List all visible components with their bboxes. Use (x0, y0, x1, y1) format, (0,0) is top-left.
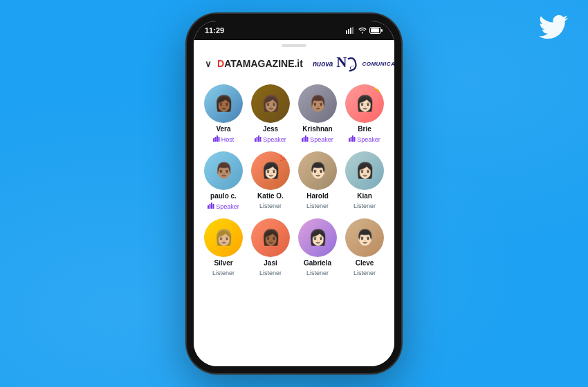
svg-rect-25 (208, 205, 209, 209)
participant-katie[interactable]: 👩🏻💯Katie O.Listener (248, 149, 293, 213)
avatar-brie: 👩🏻🤝 (345, 84, 384, 123)
participant-role-kian: Listener (353, 202, 376, 209)
participant-role-brie: Speaker (349, 135, 380, 143)
svg-rect-3 (352, 27, 353, 34)
mic-icon-paulo (208, 202, 214, 210)
participant-name-jess: Jess (263, 125, 278, 133)
svg-rect-13 (255, 138, 256, 142)
phone-wrapper: 11:29 (187, 14, 401, 373)
svg-rect-2 (350, 28, 351, 34)
status-bar: 11:29 (194, 21, 394, 40)
participant-vera[interactable]: 👩🏾VeraHost (201, 82, 246, 146)
participant-role-vera: Host (213, 135, 235, 143)
nuova-label: nuova (313, 60, 333, 68)
participant-role-paulo: Speaker (208, 202, 239, 210)
mic-icon-krishnan (302, 135, 309, 143)
mic-icon-jess (255, 135, 261, 143)
svg-rect-22 (351, 137, 352, 142)
mic-icon-brie (349, 135, 356, 143)
participant-gabriela[interactable]: 👩🏻GabrielaListener (295, 216, 340, 279)
svg-rect-18 (304, 137, 305, 142)
svg-text:N: N (337, 54, 347, 70)
emoji-badge-katie: 💯 (279, 151, 290, 161)
svg-rect-1 (348, 29, 349, 34)
status-time: 11:29 (205, 26, 224, 35)
svg-rect-20 (307, 137, 309, 142)
participant-name-katie: Katie O. (257, 192, 284, 200)
participant-role-harold: Listener (306, 202, 329, 209)
participant-role-jess: Speaker (255, 135, 286, 143)
participants-grid: 👩🏾VeraHost👩🏽JessSpeaker👨🏽KrishnanSpeaker… (194, 79, 394, 366)
participant-kian[interactable]: 👩🏻KianListener (342, 149, 387, 213)
avatar-katie: 👩🏻💯 (251, 151, 290, 190)
svg-rect-19 (305, 135, 306, 142)
wifi-icon (358, 27, 367, 34)
svg-rect-15 (258, 135, 259, 142)
svg-rect-6 (381, 29, 383, 32)
comunicazione-label: comunicazione (362, 61, 394, 67)
status-icons (346, 27, 383, 34)
participant-name-krishnan: Krishnan (302, 125, 332, 133)
participant-name-kian: Kian (357, 192, 372, 200)
participant-name-jasi: Jasi (264, 259, 277, 267)
participant-name-silver: Silver (214, 259, 232, 267)
avatar-kian: 👩🏻 (345, 151, 384, 190)
twitter-bird-icon (535, 12, 571, 41)
participant-jess[interactable]: 👩🏽JessSpeaker (248, 82, 293, 146)
participant-name-cleve: Cleve (356, 259, 374, 267)
participant-name-vera: Vera (216, 125, 230, 133)
avatar-harold: 👨🏻 (298, 151, 337, 190)
participant-brie[interactable]: 👩🏻🤝BrieSpeaker (342, 82, 387, 146)
participant-cleve[interactable]: 👨🏻CleveListener (342, 216, 387, 279)
participant-role-silver: Listener (212, 270, 235, 276)
battery-icon (369, 27, 383, 34)
svg-rect-14 (257, 137, 258, 142)
avatar-silver: 👩🏼 (204, 218, 243, 257)
svg-rect-0 (346, 30, 347, 34)
phone: 11:29 (187, 14, 401, 373)
participant-role-gabriela: Listener (306, 270, 329, 276)
svg-rect-16 (260, 137, 261, 142)
emoji-badge-brie: 🤝 (374, 84, 384, 94)
participant-jasi[interactable]: 👩🏾JasiListener (248, 216, 293, 279)
participant-silver[interactable]: 👩🏼SilverListener (201, 216, 246, 279)
svg-rect-21 (349, 138, 350, 142)
phone-screen: ∨ DATAMAGAZINE.it nuova N C comunicazion… (194, 40, 394, 366)
mic-icon-vera (213, 135, 220, 143)
svg-rect-10 (214, 137, 216, 142)
svg-rect-12 (218, 137, 219, 142)
svg-rect-27 (211, 202, 212, 209)
avatar-gabriela: 👩🏻 (298, 218, 337, 257)
participant-role-katie: Listener (259, 202, 282, 209)
participant-role-cleve: Listener (353, 270, 376, 276)
avatar-jasi: 👩🏾 (251, 218, 290, 257)
svg-rect-17 (302, 138, 303, 142)
svg-rect-11 (217, 135, 218, 142)
participant-harold[interactable]: 👨🏻HaroldListener (295, 149, 340, 213)
participant-role-jasi: Listener (259, 270, 282, 276)
avatar-jess: 👩🏽 (251, 84, 290, 123)
participant-name-harold: Harold (306, 192, 329, 200)
svg-text:C: C (350, 64, 354, 71)
signal-icon (346, 27, 356, 34)
participant-krishnan[interactable]: 👨🏽KrishnanSpeaker (295, 82, 340, 146)
svg-rect-28 (213, 204, 214, 209)
avatar-vera: 👩🏾 (204, 84, 243, 123)
avatar-paulo: 👨🏽 (204, 151, 243, 190)
svg-rect-5 (371, 28, 379, 32)
avatar-cleve: 👨🏻 (345, 218, 384, 257)
participant-paulo[interactable]: 👨🏽paulo c.Speaker (201, 149, 246, 213)
brand-name: ATAMAGAZINE.it (224, 58, 303, 69)
nc-logo-icon: N C (335, 54, 360, 73)
room-header: ∨ DATAMAGAZINE.it nuova N C comunicazion… (194, 47, 394, 79)
svg-rect-26 (210, 204, 211, 209)
avatar-krishnan: 👨🏽 (298, 84, 337, 123)
chevron-icon: ∨ (205, 59, 212, 69)
svg-rect-23 (352, 135, 353, 142)
participant-role-krishnan: Speaker (302, 135, 333, 143)
partner-logo: nuova N C comunicazione (313, 54, 394, 73)
svg-rect-9 (213, 138, 214, 142)
svg-rect-24 (354, 137, 356, 142)
participant-name-paulo: paulo c. (210, 192, 237, 200)
brand-initial: D (217, 58, 224, 69)
